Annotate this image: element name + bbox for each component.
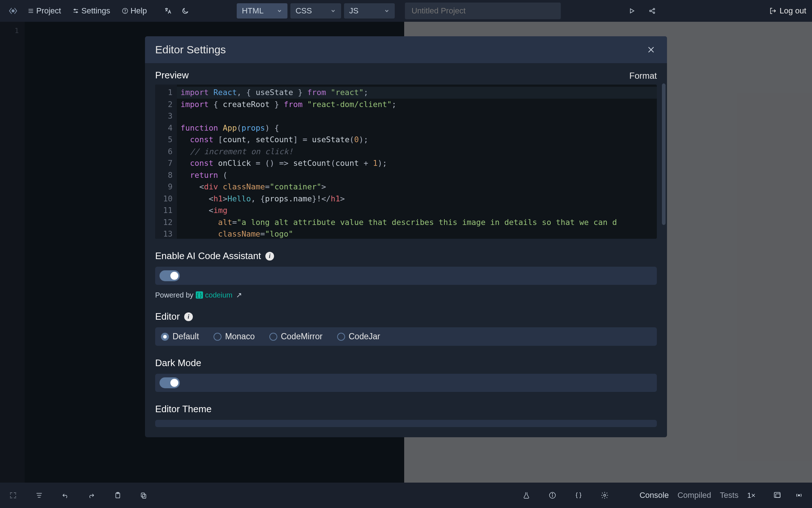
redo-icon: [87, 491, 95, 499]
copy-icon: [140, 491, 148, 499]
external-button[interactable]: [522, 491, 531, 500]
ai-assistant-label: Enable AI Code Assistant: [155, 250, 261, 262]
svg-point-0: [12, 9, 14, 12]
tab-css[interactable]: CSS: [290, 3, 341, 19]
info-icon[interactable]: i: [184, 312, 193, 321]
gear-button[interactable]: [600, 491, 609, 500]
setting-editor-choice: Editor i DefaultMonacoCodeMirrorCodeJar: [155, 311, 657, 346]
share-icon: [649, 7, 656, 15]
menu-settings[interactable]: Settings: [68, 3, 115, 19]
logout-button[interactable]: Log out: [769, 6, 806, 16]
tab-css-label: CSS: [295, 6, 312, 16]
menu-help-label: Help: [130, 6, 147, 16]
settings-modal: Editor Settings Preview Format 123456789…: [145, 36, 667, 437]
statusbar: Console Compiled Tests 1×: [0, 483, 812, 508]
tab-console[interactable]: Console: [639, 491, 669, 500]
moon-icon: [181, 7, 189, 15]
tab-js[interactable]: JS: [344, 3, 395, 19]
modal-title: Editor Settings: [155, 44, 226, 56]
svg-rect-28: [776, 494, 780, 497]
radio-icon: [337, 333, 345, 341]
flask-icon: [522, 491, 530, 499]
setting-ai-assistant: Enable AI Code Assistant i Powered by { …: [155, 250, 657, 299]
info-icon: [548, 491, 556, 499]
ai-assistant-toggle[interactable]: [160, 270, 180, 281]
radio-label: Default: [173, 332, 199, 341]
code-preview: 12345678910111213 import React, { useSta…: [155, 85, 657, 239]
editor-option-codejar[interactable]: CodeJar: [337, 332, 380, 341]
menu-help[interactable]: Help: [117, 3, 151, 19]
run-button[interactable]: [627, 6, 637, 16]
close-button[interactable]: [645, 44, 657, 56]
editor-option-codemirror[interactable]: CodeMirror: [269, 332, 323, 341]
format-button[interactable]: Format: [629, 71, 657, 81]
translate-button[interactable]: [163, 6, 173, 16]
topbar: Project Settings Help HTML CSS JS: [0, 0, 812, 22]
braces-icon: [575, 491, 583, 499]
svg-rect-22: [142, 494, 146, 498]
logout-label: Log out: [780, 6, 806, 16]
line-gutter: 1: [0, 22, 25, 483]
powered-by[interactable]: Powered by { } codeium ↗: [155, 291, 657, 299]
editor-option-monaco[interactable]: Monaco: [214, 332, 255, 341]
setting-dark-mode: Dark Mode: [155, 357, 657, 392]
help-icon: [122, 8, 128, 14]
modal-scrollbar[interactable]: [662, 83, 666, 225]
project-title-input[interactable]: [405, 3, 561, 19]
clipboard-icon: [113, 491, 121, 499]
broadcast-icon: [795, 491, 803, 500]
radio-icon: [161, 333, 169, 341]
chevron-down-icon: [384, 8, 390, 14]
zoom-indicator[interactable]: 1×: [747, 491, 755, 500]
preview-line-numbers: 12345678910111213: [155, 85, 177, 239]
chevron-down-icon: [330, 8, 336, 14]
translate-icon: [164, 7, 172, 15]
svg-marker-10: [630, 9, 634, 13]
external-link-icon: ↗: [236, 291, 242, 299]
dark-mode-toggle[interactable]: [160, 377, 180, 388]
braces-button[interactable]: [574, 491, 583, 500]
copy-button[interactable]: [139, 491, 148, 500]
svg-point-9: [125, 12, 125, 12]
screen-button[interactable]: [773, 491, 782, 500]
editor-option-default[interactable]: Default: [161, 332, 199, 341]
preview-label: Preview: [155, 70, 188, 81]
tab-tests[interactable]: Tests: [720, 491, 738, 500]
theme-toggle[interactable]: [180, 6, 190, 16]
clipboard-button[interactable]: [113, 491, 122, 500]
preview-code-body[interactable]: import React, { useState } from "react";…: [177, 85, 657, 239]
tab-compiled[interactable]: Compiled: [678, 491, 711, 500]
undo-button[interactable]: [61, 491, 70, 500]
svg-point-25: [552, 493, 552, 494]
undo-icon: [61, 491, 69, 499]
fullscreen-icon: [9, 491, 17, 499]
redo-button[interactable]: [87, 491, 96, 500]
overlay-icon: [773, 491, 782, 500]
svg-line-14: [651, 9, 653, 11]
radio-label: Monaco: [225, 332, 255, 341]
close-icon: [647, 45, 655, 54]
chevron-down-icon: [277, 8, 282, 14]
info-button[interactable]: [548, 491, 557, 500]
svg-line-15: [651, 11, 653, 12]
tab-js-label: JS: [349, 6, 359, 16]
tab-html-label: HTML: [242, 6, 264, 16]
app-logo[interactable]: [6, 4, 20, 18]
play-icon: [628, 7, 635, 15]
tab-html[interactable]: HTML: [237, 3, 287, 19]
share-button[interactable]: [647, 6, 657, 16]
dark-mode-label: Dark Mode: [155, 357, 201, 369]
modal-header: Editor Settings: [145, 36, 667, 63]
editor-theme-label: Editor Theme: [155, 403, 212, 415]
info-icon[interactable]: i: [265, 252, 274, 261]
editor-radio-group: DefaultMonacoCodeMirrorCodeJar: [155, 327, 657, 346]
svg-rect-27: [774, 492, 780, 497]
codeium-name: codeium: [205, 291, 233, 299]
layout-button[interactable]: [35, 491, 44, 500]
language-tabs: HTML CSS JS: [237, 3, 395, 19]
fullscreen-button[interactable]: [9, 491, 17, 500]
sliders-icon: [72, 8, 79, 14]
svg-point-26: [604, 494, 606, 496]
menu-project[interactable]: Project: [23, 3, 65, 19]
broadcast-button[interactable]: [795, 491, 803, 500]
